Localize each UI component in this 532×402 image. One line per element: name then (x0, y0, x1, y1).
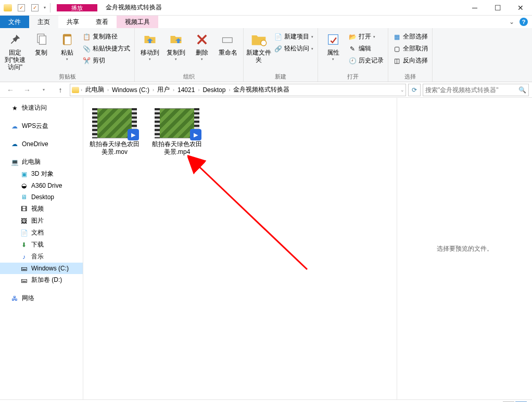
breadcrumb-item[interactable]: Windows (C:) (110, 85, 151, 95)
select-none-button[interactable]: ▢全部取消 (390, 43, 430, 54)
forward-button[interactable]: → (20, 84, 34, 96)
copy-path-button[interactable]: 📋复制路径 (80, 31, 132, 42)
contextual-tab-group-title: 播放 (57, 4, 97, 11)
qat-new-folder-button[interactable]: ✓ (29, 2, 41, 14)
nav-d-drive[interactable]: 🖴新加卷 (D:) (0, 274, 83, 286)
network-icon: 🖧 (10, 294, 19, 303)
address-dropdown[interactable]: ⌄ (400, 87, 404, 93)
properties-button[interactable]: 属性▾ (320, 29, 346, 61)
minimize-button[interactable]: ─ (463, 0, 486, 16)
tab-file[interactable]: 文件 (0, 16, 29, 28)
nav-music[interactable]: ♪音乐 (0, 251, 83, 263)
pin-to-quick-access-button[interactable]: 固定到"快速访问" (2, 29, 28, 71)
edit-button[interactable]: ✎编辑 (346, 43, 386, 54)
nav-network[interactable]: 🖧网络 (0, 292, 83, 304)
maximize-button[interactable]: ☐ (486, 0, 509, 16)
ribbon-tabs: 文件 主页 共享 查看 视频工具 ⌄ ? (0, 16, 532, 28)
tab-video-tools[interactable]: 视频工具 (117, 16, 158, 28)
refresh-button[interactable]: ⟳ (408, 84, 421, 96)
delete-button[interactable]: 删除▾ (189, 29, 215, 61)
picture-icon: 🖼 (20, 217, 28, 225)
properties-icon (325, 31, 341, 48)
invert-selection-button[interactable]: ◫反向选择 (390, 55, 430, 66)
paste-button[interactable]: 粘贴 ▾ (54, 29, 80, 61)
navigation-pane[interactable]: ★快速访问 ☁WPS云盘 ☁OneDrive 💻此电脑 ▣3D 对象 ◒A360… (0, 98, 83, 399)
breadcrumb-item[interactable]: 金舟视频格式转换器 (231, 84, 292, 95)
breadcrumb-item[interactable]: 14021 (175, 85, 197, 95)
history-icon: 🕘 (348, 57, 357, 65)
chevron-right-icon[interactable]: › (229, 87, 230, 93)
play-icon: ▶ (190, 129, 201, 140)
breadcrumb-item[interactable]: Desktop (200, 85, 227, 95)
history-button[interactable]: 🕘历史记录 (346, 55, 386, 66)
main-area: ★快速访问 ☁WPS云盘 ☁OneDrive 💻此电脑 ▣3D 对象 ◒A360… (0, 98, 532, 399)
path-icon: 📋 (82, 33, 91, 41)
qat-properties-button[interactable]: ✓ (16, 2, 27, 14)
breadcrumb-bar[interactable]: › 此电脑 › Windows (C:) › 用户 › 14021 › Desk… (70, 84, 406, 96)
ribbon-collapse-button[interactable]: ⌄ (509, 18, 514, 25)
drive-icon: 🖴 (20, 276, 28, 284)
close-button[interactable]: ✕ (509, 0, 532, 16)
nav-desktop[interactable]: 🖥Desktop (0, 191, 83, 203)
chevron-right-icon[interactable]: › (153, 87, 154, 93)
tab-home[interactable]: 主页 (29, 16, 58, 28)
breadcrumb-item[interactable]: 用户 (155, 84, 172, 95)
back-button[interactable]: ← (3, 84, 18, 96)
select-all-button[interactable]: ▦全部选择 (390, 31, 430, 42)
nav-documents[interactable]: 📄文档 (0, 227, 83, 239)
nav-videos[interactable]: 🎞视频 (0, 203, 83, 215)
folder-icon (71, 86, 80, 94)
chevron-right-icon[interactable]: › (107, 87, 109, 93)
drive-icon: 🖴 (20, 264, 28, 273)
file-item[interactable]: ▶ 航拍春天绿色农田美景.mov (88, 108, 141, 156)
file-item[interactable]: ▶ 航拍春天绿色农田美景.mp4 (151, 108, 203, 156)
nav-3d-objects[interactable]: ▣3D 对象 (0, 168, 83, 180)
chevron-right-icon[interactable]: › (81, 87, 82, 93)
chevron-right-icon[interactable]: › (198, 87, 199, 93)
nav-quick-access[interactable]: ★快速访问 (0, 102, 83, 114)
a360-icon: ◒ (20, 181, 28, 190)
move-to-button[interactable]: 移动到▾ (137, 29, 163, 61)
recent-locations-button[interactable]: ▾ (36, 84, 51, 96)
file-name: 航拍春天绿色农田美景.mp4 (151, 140, 203, 156)
chevron-right-icon[interactable]: › (173, 87, 174, 93)
nav-c-drive[interactable]: 🖴Windows (C:) (0, 263, 83, 274)
easy-access-button[interactable]: 🔗轻松访问▾ (272, 43, 315, 54)
paste-shortcut-button[interactable]: 📎粘贴快捷方式 (80, 43, 132, 54)
tab-share[interactable]: 共享 (58, 16, 87, 28)
copy-to-button[interactable]: 复制到▾ (163, 29, 189, 61)
svg-rect-6 (328, 35, 338, 45)
nav-a360[interactable]: ◒A360 Drive (0, 180, 83, 191)
tab-view[interactable]: 查看 (87, 16, 117, 28)
search-input[interactable] (425, 86, 518, 94)
qat-customize-dropdown[interactable]: ▾ (43, 5, 47, 10)
group-select-label: 选择 (390, 72, 430, 82)
new-folder-icon (250, 31, 267, 48)
rename-button[interactable]: 重命名 (215, 29, 241, 56)
music-icon: ♪ (20, 253, 28, 261)
up-button[interactable]: ↑ (53, 84, 68, 96)
breadcrumb-item[interactable]: 此电脑 (83, 84, 106, 95)
search-box[interactable]: 🔍 (423, 84, 529, 96)
cloud-icon: ☁ (10, 122, 19, 131)
new-folder-button[interactable]: 新建文件夹 (246, 29, 272, 63)
open-button[interactable]: 📂打开▾ (346, 31, 386, 42)
scissors-icon: ✂️ (82, 57, 91, 65)
document-icon: 📄 (20, 229, 28, 237)
svg-point-5 (261, 40, 267, 46)
nav-this-pc[interactable]: 💻此电脑 (0, 156, 83, 168)
group-new-label: 新建 (246, 72, 315, 82)
nav-onedrive[interactable]: ☁OneDrive (0, 138, 83, 150)
search-icon[interactable]: 🔍 (518, 86, 526, 94)
nav-wps-cloud[interactable]: ☁WPS云盘 (0, 120, 83, 132)
nav-downloads[interactable]: ⬇下载 (0, 239, 83, 251)
help-button[interactable]: ? (520, 18, 528, 26)
video-thumbnail: ▶ (155, 108, 199, 138)
move-to-icon (142, 31, 158, 48)
invert-icon: ◫ (392, 57, 401, 65)
file-list[interactable]: ▶ 航拍春天绿色农田美景.mov ▶ 航拍春天绿色农田美景.mp4 (83, 98, 397, 399)
cut-button[interactable]: ✂️剪切 (80, 55, 132, 66)
new-item-button[interactable]: 📄新建项目▾ (272, 31, 315, 42)
nav-pictures[interactable]: 🖼图片 (0, 215, 83, 227)
copy-button[interactable]: 复制 (28, 29, 54, 56)
